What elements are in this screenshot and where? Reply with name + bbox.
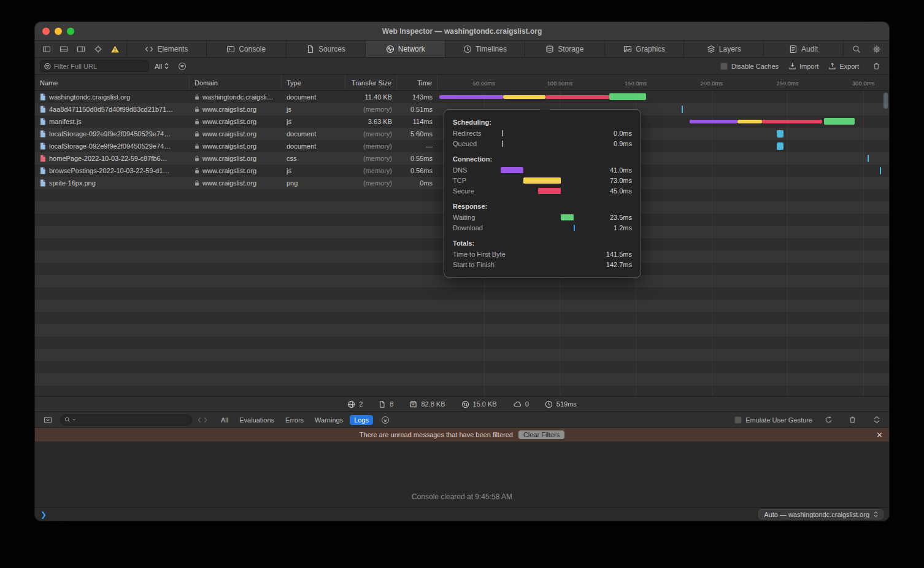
traffic-lights: [42, 28, 74, 35]
tab-label: Network: [398, 45, 425, 53]
column-header-domain[interactable]: Domain: [190, 75, 282, 90]
file-icon: [40, 142, 46, 150]
minimize-window-button[interactable]: [55, 28, 62, 35]
dock-right-icon[interactable]: [73, 43, 88, 55]
tab-label: Graphics: [636, 45, 665, 53]
execution-context-dropdown[interactable]: Auto — washingtondc.craigslist.org: [758, 509, 884, 519]
timeline-ruler: 50.00ms100.00ms150.0ms200.0ms250.0ms300.…: [437, 75, 889, 90]
chevron-up-icon: [874, 416, 880, 419]
export-label: Export: [839, 63, 859, 70]
console-toolbar-right: Emulate User Gesture: [734, 414, 884, 426]
console-sidebar-icon[interactable]: [40, 414, 55, 426]
scope-logs[interactable]: Logs: [350, 415, 373, 425]
waterfall-segment: [439, 95, 504, 99]
tab-network[interactable]: Network: [366, 41, 445, 57]
request-name-cell: 4aa8d471150d0d57d40f99d83cd21b71…: [35, 103, 190, 115]
timing-row: Secure45.0ms: [453, 185, 632, 196]
column-header-time[interactable]: Time: [397, 75, 437, 90]
timing-value: 23.5ms: [601, 214, 632, 221]
settings-gear-icon[interactable]: [869, 43, 884, 55]
scope-evaluations[interactable]: Evaluations: [235, 415, 279, 425]
request-domain-cell: washingtondc.craigsli…: [190, 91, 282, 103]
network-scrollbar[interactable]: [884, 93, 888, 109]
tab-graphics[interactable]: Graphics: [605, 41, 685, 57]
waterfall-segment: [777, 142, 783, 150]
disable-caches-checkbox[interactable]: Disable Caches: [720, 63, 779, 70]
request-time-cell: 5.60ms: [397, 128, 437, 140]
inspect-element-icon[interactable]: [90, 43, 106, 55]
timing-popover: Scheduling:Redirects0.0msQueued0.9msConn…: [444, 109, 641, 278]
resource-size-icon: [409, 400, 417, 408]
tab-timelines[interactable]: Timelines: [445, 41, 525, 57]
summary-resource-size: 82.8 KB: [409, 400, 445, 408]
summary-value: 2: [359, 400, 363, 408]
search-icon[interactable]: [849, 43, 864, 55]
request-name: localStorage-092e9f9e2f09450529e74…: [49, 142, 171, 150]
issues-warning-icon[interactable]: [107, 43, 123, 55]
scope-warnings[interactable]: Warnings: [310, 415, 347, 425]
filter-options-icon[interactable]: [174, 60, 190, 72]
timing-bar: [538, 188, 561, 194]
timing-section: Totals:Time to First Byte141.5msStart to…: [453, 238, 632, 270]
console-prompt-row[interactable]: ❯ Auto — washingtondc.craigslist.org: [35, 507, 889, 521]
summary-domains: 2: [347, 400, 363, 408]
scope-all[interactable]: All: [217, 415, 233, 425]
url-filter-input[interactable]: [54, 63, 145, 70]
request-name: manifest.js: [49, 118, 82, 125]
request-domain-cell: www.craigslist.org: [190, 177, 282, 189]
tab-console[interactable]: Console: [207, 41, 287, 57]
request-domain: www.craigslist.org: [202, 167, 256, 174]
tab-elements[interactable]: Elements: [127, 41, 207, 57]
timing-section-title: Scheduling:: [453, 117, 632, 128]
dock-bottom-icon[interactable]: [56, 43, 71, 55]
lock-icon: [194, 131, 199, 137]
search-icon: [64, 416, 71, 423]
column-header-name[interactable]: Name: [35, 75, 190, 90]
column-header-transfer-size[interactable]: Transfer Size: [345, 75, 397, 90]
resource-type-filter[interactable]: All: [155, 63, 169, 70]
tab-label: Console: [239, 45, 266, 53]
chevron-left-icon[interactable]: [197, 416, 202, 424]
url-filter-field[interactable]: [40, 60, 149, 72]
request-type-cell: js: [282, 165, 345, 177]
export-button[interactable]: Export: [828, 62, 859, 70]
console-refresh-icon[interactable]: [821, 414, 836, 426]
filtered-messages-banner: There are unread messages that have been…: [35, 428, 889, 442]
tab-audit[interactable]: Audit: [764, 41, 844, 57]
titlebar[interactable]: Web Inspector — washingtondc.craigslist.…: [35, 22, 889, 41]
scope-errors[interactable]: Errors: [281, 415, 308, 425]
prompt-chevron-icon: ❯: [40, 510, 47, 519]
close-window-button[interactable]: [42, 28, 50, 35]
tab-storage[interactable]: Storage: [525, 41, 605, 57]
clear-filters-button[interactable]: Clear Filters: [518, 430, 564, 439]
resize-console-icon[interactable]: [869, 414, 884, 426]
tab-sources[interactable]: Sources: [287, 41, 366, 57]
tab-label: Audit: [801, 45, 818, 53]
request-name: homePage-2022-10-03-22-59-c87fb6…: [49, 155, 167, 162]
lock-icon: [194, 106, 199, 112]
dock-left-icon[interactable]: [39, 43, 54, 55]
file-icon: [40, 118, 46, 125]
waterfall-segment: [880, 167, 881, 174]
popover-arrow-icon: [539, 105, 550, 110]
console-search-field[interactable]: [60, 414, 192, 426]
request-time-cell: —: [397, 140, 437, 152]
banner-close-icon[interactable]: ✕: [876, 431, 883, 439]
table-row[interactable]: washingtondc.craigslist.orgwashingtondc.…: [35, 91, 889, 103]
request-name-cell: sprite-16px.png: [35, 177, 190, 189]
console-search-input[interactable]: [77, 416, 188, 424]
zoom-window-button[interactable]: [67, 28, 74, 35]
tab-layers[interactable]: Layers: [684, 41, 764, 57]
lock-icon: [194, 180, 199, 186]
waterfall-segment: [762, 120, 822, 123]
column-header-type[interactable]: Type: [282, 75, 345, 90]
console-toolbar: All Evaluations Errors Warnings Logs Emu…: [35, 412, 889, 428]
console-filter-icon[interactable]: [378, 414, 393, 426]
emulate-user-gesture-checkbox[interactable]: Emulate User Gesture: [734, 416, 812, 424]
clear-network-trash-icon[interactable]: [869, 60, 884, 72]
dock-controls: [35, 41, 126, 57]
import-button[interactable]: Import: [788, 62, 818, 70]
chevron-right-icon[interactable]: [203, 416, 208, 424]
timing-bar-track: [501, 214, 596, 220]
clear-console-trash-icon[interactable]: [845, 414, 860, 426]
